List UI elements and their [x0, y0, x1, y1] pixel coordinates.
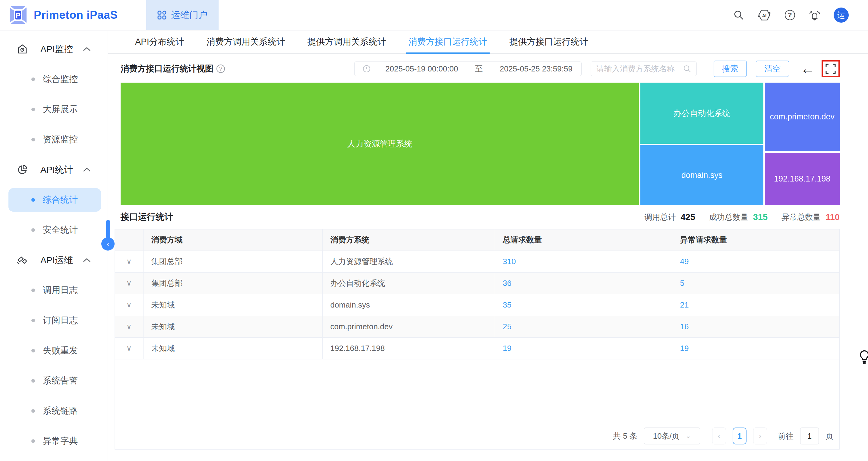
ai-assistant-icon[interactable]: AI	[758, 9, 771, 21]
top-bar: P Primeton iPaaS 运维门户 AI	[0, 0, 868, 30]
row-expand-icon[interactable]: ∨	[115, 337, 143, 359]
cell-consumer-domain: 未知域	[143, 337, 322, 359]
cell-total-requests-link[interactable]: 19	[495, 337, 672, 359]
fullscreen-button-highlighted[interactable]	[822, 60, 840, 77]
cell-consumer-domain: 未知域	[143, 316, 322, 337]
next-page-button[interactable]: ›	[753, 428, 767, 444]
chevron-up-icon	[83, 167, 91, 172]
sidebar-item-system-link[interactable]: 系统链路	[0, 396, 107, 426]
goto-page-input[interactable]	[800, 428, 819, 444]
bullet-dot	[31, 107, 35, 111]
home-monitor-icon	[17, 44, 28, 55]
cell-error-requests-link[interactable]: 16	[672, 316, 839, 337]
user-avatar[interactable]: 运	[834, 7, 849, 23]
sidebar-collapse-button[interactable]: ‹	[101, 237, 115, 250]
app-logo: P Primeton iPaaS	[8, 6, 118, 24]
tab-consumer-call-relation[interactable]: 消费方调用关系统计	[207, 30, 285, 53]
sidebar-item-security-stats[interactable]: 安全统计	[0, 215, 107, 245]
sidebar-item-call-logs[interactable]: 调用日志	[0, 275, 107, 305]
sidebar-section-api-ops[interactable]: API运维	[0, 245, 107, 275]
back-arrow-icon[interactable]: ←	[801, 62, 815, 76]
treemap-node-com-primeton-dev[interactable]: com.primeton.dev	[765, 83, 840, 151]
bullet-dot	[31, 288, 35, 292]
page-size-value: 10条/页	[653, 431, 680, 441]
filter-toolbar: 消费方接口运行统计视图 2025-05-19 00:00:00 至 2025-0…	[108, 56, 868, 82]
treemap-node-oa-system[interactable]: 办公自动化系统	[640, 83, 763, 144]
sidebar-collapse-bar[interactable]	[106, 220, 110, 239]
table-row: ∨ 未知域 com.primeton.dev 25 16	[115, 316, 839, 337]
row-expand-icon[interactable]: ∨	[115, 250, 143, 272]
bullet-dot	[31, 228, 35, 232]
cell-consumer-system: 人力资源管理系统	[322, 250, 495, 272]
tab-provider-api-run[interactable]: 提供方接口运行统计	[509, 30, 588, 53]
sidebar-item-system-alert[interactable]: 系统告警	[0, 366, 107, 396]
ops-tool-icon	[17, 255, 28, 266]
search-icon[interactable]	[733, 9, 744, 21]
sidebar-section-api-stats[interactable]: API统计	[0, 155, 107, 185]
page-size-select[interactable]: 10条/页 ⌄	[644, 428, 700, 444]
page-unit-label: 页	[826, 431, 833, 441]
chevron-down-icon: ⌄	[686, 432, 691, 440]
treemap-node-domain-sys[interactable]: domain.sys	[640, 145, 763, 205]
question-circle-icon[interactable]	[216, 64, 225, 73]
tab-provider-call-relation[interactable]: 提供方调用关系统计	[308, 30, 386, 53]
sidebar-item-composite-stats[interactable]: 综合统计	[0, 185, 107, 215]
cell-error-requests-link[interactable]: 49	[672, 250, 839, 272]
cell-error-requests-link[interactable]: 5	[672, 272, 839, 294]
table-row: ∨ 集团总部 人力资源管理系统 310 49	[115, 250, 839, 272]
consumer-system-treemap: 人力资源管理系统 办公自动化系统 domain.sys com.primeton…	[121, 83, 840, 205]
sidebar-section-label: API运维	[40, 254, 73, 267]
run-stats-header: 接口运行统计 调用总计425 成功总数量315 异常总数量110	[108, 205, 868, 229]
svg-text:AI: AI	[762, 13, 766, 18]
cell-total-requests-link[interactable]: 310	[495, 250, 672, 272]
current-page-button[interactable]: 1	[733, 428, 746, 444]
col-consumer-system: 消费方系统	[322, 229, 495, 250]
portal-tab-ops[interactable]: 运维门户	[146, 0, 219, 30]
cell-total-requests-link[interactable]: 25	[495, 316, 672, 337]
search-button[interactable]: 搜索	[714, 61, 747, 77]
row-expand-icon[interactable]: ∨	[115, 272, 143, 294]
cell-consumer-domain: 集团总部	[143, 250, 322, 272]
sidebar-item-subscribe-logs[interactable]: 订阅日志	[0, 305, 107, 336]
success-total-value: 315	[753, 212, 768, 222]
tab-consumer-api-run[interactable]: 消费方接口运行统计	[408, 30, 487, 53]
sidebar-nav: API监控 综合监控 大屏展示 资源监控 API统计 综合	[0, 30, 108, 461]
cell-error-requests-link[interactable]: 21	[672, 294, 839, 316]
help-icon[interactable]	[784, 9, 796, 21]
sidebar-item-resource-monitor[interactable]: 资源监控	[0, 125, 107, 155]
date-end: 2025-05-25 23:59:59	[500, 64, 572, 73]
bullet-dot	[31, 198, 35, 202]
row-expand-icon[interactable]: ∨	[115, 294, 143, 316]
search-magnifier-icon	[683, 65, 691, 73]
bullet-dot	[31, 349, 35, 352]
cell-consumer-system: 192.168.17.198	[322, 337, 495, 359]
tab-api-distribution[interactable]: API分布统计	[135, 30, 184, 53]
cell-error-requests-link[interactable]: 19	[672, 337, 839, 359]
row-expand-icon[interactable]: ∨	[115, 316, 143, 337]
notification-bell-icon[interactable]	[809, 9, 820, 21]
clear-button[interactable]: 清空	[756, 61, 789, 77]
table-row: ∨ 未知域 domain.sys 35 21	[115, 294, 839, 316]
col-error-requests: 异常请求数量	[672, 229, 839, 250]
cell-total-requests-link[interactable]: 35	[495, 294, 672, 316]
sidebar-item-big-screen[interactable]: 大屏展示	[0, 94, 107, 125]
bullet-dot	[31, 319, 35, 322]
total-calls-label: 调用总计	[644, 212, 676, 222]
treemap-node-hr-system[interactable]: 人力资源管理系统	[121, 83, 639, 205]
sidebar-section-api-monitor[interactable]: API监控	[0, 34, 107, 64]
cell-total-requests-link[interactable]: 36	[495, 272, 672, 294]
sidebar-item-composite-monitor[interactable]: 综合监控	[0, 64, 107, 94]
run-stats-table: 消费方域 消费方系统 总请求数量 异常请求数量 ∨ 集团总部 人力资源管理系统 …	[115, 229, 839, 359]
col-consumer-domain: 消费方域	[143, 229, 322, 250]
search-input[interactable]	[596, 64, 683, 73]
sidebar-item-fail-retry[interactable]: 失败重发	[0, 336, 107, 366]
cell-consumer-domain: 集团总部	[143, 272, 322, 294]
sidebar-item-exception-dict[interactable]: 异常字典	[0, 426, 107, 456]
expand-column-header	[115, 229, 143, 250]
date-range-picker[interactable]: 2025-05-19 00:00:00 至 2025-05-25 23:59:5…	[354, 62, 582, 76]
lightbulb-tip-icon[interactable]	[858, 350, 868, 366]
treemap-node-ip-192-168-17-198[interactable]: 192.168.17.198	[765, 153, 840, 205]
stat-tabs: API分布统计 消费方调用关系统计 提供方调用关系统计 消费方接口运行统计 提供…	[108, 30, 868, 54]
prev-page-button[interactable]: ‹	[712, 428, 726, 444]
sidebar-section-label: API统计	[40, 164, 73, 176]
